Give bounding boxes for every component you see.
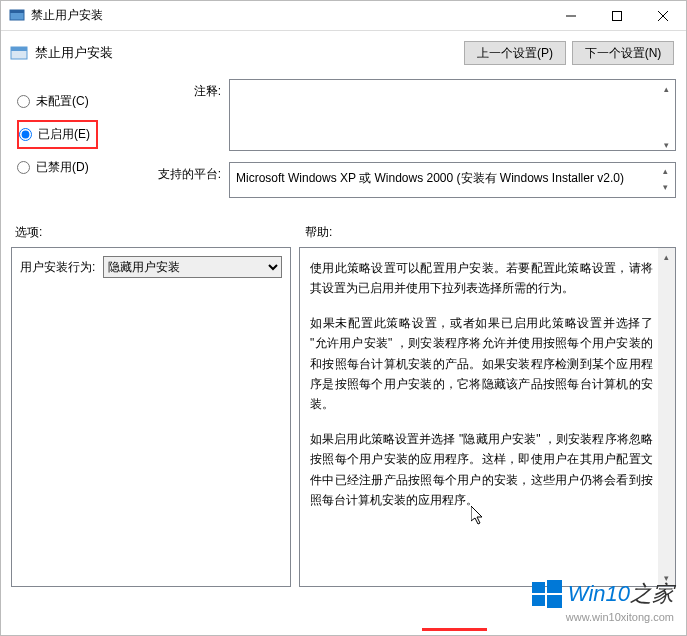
radio-enabled-highlight: 已启用(E) bbox=[17, 120, 98, 149]
help-panel: 使用此策略设置可以配置用户安装。若要配置此策略设置，请将其设置为已启用并使用下拉… bbox=[299, 247, 676, 587]
radio-enabled-label: 已启用(E) bbox=[38, 126, 90, 143]
watermark-brand: Win10之家 bbox=[568, 579, 674, 609]
window-title: 禁止用户安装 bbox=[31, 7, 548, 24]
watermark-url: www.win10xitong.com bbox=[532, 611, 674, 623]
radio-enabled-input[interactable] bbox=[19, 128, 32, 141]
svg-rect-10 bbox=[532, 595, 545, 606]
scroll-up-icon[interactable]: ▴ bbox=[658, 80, 675, 97]
help-paragraph: 如果启用此策略设置并选择 "隐藏用户安装" ，则安装程序将忽略按照每个用户安装的… bbox=[310, 429, 653, 511]
watermark-brand-a: Win10 bbox=[568, 581, 630, 606]
help-section-label: 帮助: bbox=[305, 224, 332, 241]
platform-row: 支持的平台: Microsoft Windows XP 或 Windows 20… bbox=[153, 162, 676, 198]
titlebar: 禁止用户安装 bbox=[1, 1, 686, 31]
watermark-brand-b: 之家 bbox=[630, 581, 674, 606]
radio-not-configured-input[interactable] bbox=[17, 95, 30, 108]
meta-column: 注释: ▴ ▾ 支持的平台: Microsoft Windows XP 或 Wi… bbox=[153, 79, 676, 206]
comment-scrollbar[interactable]: ▴ ▾ bbox=[658, 80, 675, 153]
scroll-up-icon[interactable]: ▴ bbox=[657, 164, 674, 180]
radio-disabled[interactable]: 已禁用(D) bbox=[17, 159, 153, 176]
svg-rect-9 bbox=[547, 580, 562, 593]
svg-rect-7 bbox=[11, 47, 27, 51]
behavior-select[interactable]: 隐藏用户安装 bbox=[103, 256, 282, 278]
supported-platform-box: Microsoft Windows XP 或 Windows 2000 (安装有… bbox=[229, 162, 676, 198]
svg-rect-8 bbox=[532, 582, 545, 593]
radio-not-configured-label: 未配置(C) bbox=[36, 93, 89, 110]
help-text: 使用此策略设置可以配置用户安装。若要配置此策略设置，请将其设置为已启用并使用下拉… bbox=[310, 258, 653, 510]
svg-rect-3 bbox=[613, 11, 622, 20]
svg-rect-11 bbox=[547, 595, 562, 608]
scrollbar-track[interactable] bbox=[658, 265, 675, 569]
radio-disabled-input[interactable] bbox=[17, 161, 30, 174]
window-controls bbox=[548, 1, 686, 30]
behavior-label: 用户安装行为: bbox=[20, 259, 95, 276]
lower-panels: 用户安装行为: 隐藏用户安装 使用此策略设置可以配置用户安装。若要配置此策略设置… bbox=[1, 247, 686, 597]
policy-icon bbox=[9, 43, 29, 63]
platform-value: Microsoft Windows XP 或 Windows 2000 (安装有… bbox=[236, 171, 624, 185]
scroll-down-icon[interactable]: ▾ bbox=[658, 136, 675, 153]
radio-enabled[interactable]: 已启用(E) bbox=[19, 126, 90, 143]
platform-label: 支持的平台: bbox=[153, 162, 229, 183]
previous-setting-button[interactable]: 上一个设置(P) bbox=[464, 41, 566, 65]
minimize-button[interactable] bbox=[548, 1, 594, 30]
platform-scrollbar[interactable]: ▴ ▾ bbox=[657, 164, 674, 196]
header: 禁止用户安装 上一个设置(P) 下一个设置(N) bbox=[1, 31, 686, 79]
help-paragraph: 如果未配置此策略设置，或者如果已启用此策略设置并选择了 "允许用户安装" ，则安… bbox=[310, 313, 653, 415]
watermark: Win10之家 www.win10xitong.com bbox=[532, 579, 674, 623]
maximize-button[interactable] bbox=[594, 1, 640, 30]
windows-logo-icon bbox=[532, 579, 562, 609]
close-button[interactable] bbox=[640, 1, 686, 30]
comment-input[interactable] bbox=[229, 79, 676, 151]
config-area: 未配置(C) 已启用(E) 已禁用(D) 注释: ▴ ▾ 支持的平台: bbox=[1, 79, 686, 206]
next-setting-button[interactable]: 下一个设置(N) bbox=[572, 41, 674, 65]
help-paragraph: 使用此策略设置可以配置用户安装。若要配置此策略设置，请将其设置为已启用并使用下拉… bbox=[310, 258, 653, 299]
state-radio-group: 未配置(C) 已启用(E) 已禁用(D) bbox=[17, 79, 153, 206]
red-annotation-underline bbox=[422, 628, 487, 631]
policy-title: 禁止用户安装 bbox=[35, 44, 458, 62]
behavior-row: 用户安装行为: 隐藏用户安装 bbox=[20, 256, 282, 278]
help-scrollbar[interactable]: ▴ ▾ bbox=[658, 248, 675, 586]
app-icon bbox=[9, 8, 25, 24]
options-panel: 用户安装行为: 隐藏用户安装 bbox=[11, 247, 291, 587]
scroll-down-icon[interactable]: ▾ bbox=[657, 180, 674, 196]
options-section-label: 选项: bbox=[15, 224, 305, 241]
section-labels: 选项: 帮助: bbox=[1, 206, 686, 247]
comment-row: 注释: ▴ ▾ bbox=[153, 79, 676, 154]
radio-not-configured[interactable]: 未配置(C) bbox=[17, 93, 153, 110]
svg-rect-1 bbox=[10, 10, 24, 13]
scroll-up-icon[interactable]: ▴ bbox=[658, 248, 675, 265]
comment-label: 注释: bbox=[153, 79, 229, 100]
radio-disabled-label: 已禁用(D) bbox=[36, 159, 89, 176]
